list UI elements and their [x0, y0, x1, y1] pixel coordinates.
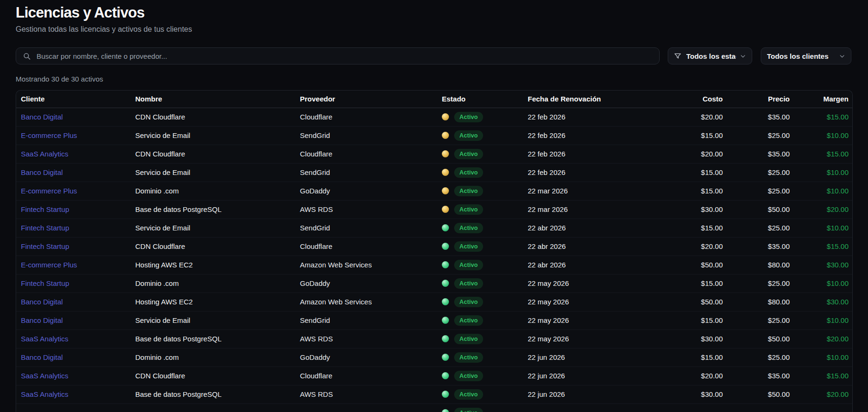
status-badge: Activo [454, 297, 483, 307]
margin-cell: $10.00 [790, 219, 853, 237]
client-link[interactable]: SaaS Analytics [21, 390, 68, 398]
asset-name-cell: Base de datos PostgreSQL [135, 385, 300, 403]
price-cell: $50.00 [723, 200, 790, 219]
client-cell: E-commerce Plus [16, 126, 135, 145]
margin-cell: $10.00 [790, 163, 853, 182]
status-badge: Activo [454, 389, 483, 400]
client-link[interactable]: Banco Digital [21, 316, 63, 324]
renewal-date-cell: 22 abr 2026 [528, 256, 657, 274]
price-cell: $25.00 [723, 219, 790, 237]
provider-cell: AWS RDS [300, 330, 442, 348]
margin-cell: $20.00 [790, 200, 853, 219]
status-badge: Activo [454, 315, 483, 326]
renewal-date-cell: 22 abr 2026 [528, 219, 657, 237]
client-cell: Banco Digital [16, 348, 135, 366]
status-badge: Activo [454, 112, 483, 122]
renewal-date-cell: 22 abr 2026 [528, 237, 657, 256]
cost-cell: $20.00 [657, 366, 723, 385]
client-link[interactable]: E-commerce Plus [21, 261, 77, 269]
client-link[interactable]: E-commerce Plus [21, 187, 77, 195]
status-badge: Activo [454, 334, 483, 344]
status-cell: Activo [442, 330, 528, 348]
cost-cell: $20.00 [657, 108, 723, 126]
client-filter-label: Todos los clientes [767, 52, 835, 60]
assets-table-card: Cliente Nombre Proveedor Estado Fecha de… [16, 90, 853, 412]
client-link[interactable]: Banco Digital [21, 168, 63, 176]
status-filter-dropdown[interactable]: Todos los estados [668, 47, 752, 64]
asset-name-cell: Servicio de Email [135, 311, 300, 330]
status-cell: Activo [442, 219, 528, 237]
price-cell: $25.00 [723, 182, 790, 200]
margin-cell: $15.00 [790, 237, 853, 256]
table-row: E-commerce Plus Dominio .com GoDaddy Act… [16, 182, 853, 200]
client-link[interactable]: Banco Digital [21, 113, 63, 121]
table-row: Activo [16, 403, 853, 412]
provider-cell: Cloudflare [300, 237, 442, 256]
funnel-icon [674, 52, 681, 60]
table-row: Fintech Startup Servicio de Email SendGr… [16, 219, 853, 237]
status-cell: Activo [442, 403, 528, 412]
cost-cell: $30.00 [657, 330, 723, 348]
client-link[interactable]: Banco Digital [21, 353, 63, 361]
provider-cell: GoDaddy [300, 274, 442, 293]
client-link[interactable]: Fintech Startup [21, 279, 69, 287]
margin-cell: $10.00 [790, 348, 853, 366]
client-cell: SaaS Analytics [16, 385, 135, 403]
margin-cell: $10.00 [790, 311, 853, 330]
client-cell: SaaS Analytics [16, 145, 135, 163]
renewal-date-cell: 22 feb 2026 [528, 108, 657, 126]
asset-name-cell [135, 403, 300, 412]
price-cell: $80.00 [723, 256, 790, 274]
client-link[interactable]: Banco Digital [21, 298, 63, 306]
price-cell: $50.00 [723, 385, 790, 403]
cost-cell: $30.00 [657, 385, 723, 403]
column-header-nombre: Nombre [135, 91, 300, 108]
table-row: Banco Digital Servicio de Email SendGrid… [16, 163, 853, 182]
cost-cell: $15.00 [657, 348, 723, 366]
table-row: Banco Digital CDN Cloudflare Cloudflare … [16, 108, 853, 126]
status-dot [442, 280, 449, 287]
price-cell: $25.00 [723, 311, 790, 330]
client-link[interactable]: E-commerce Plus [21, 131, 77, 139]
asset-name-cell: Base de datos PostgreSQL [135, 200, 300, 219]
status-badge: Activo [454, 167, 483, 178]
status-badge: Activo [454, 408, 483, 412]
client-cell: Banco Digital [16, 163, 135, 182]
search-box[interactable] [16, 47, 660, 64]
client-cell: Fintech Startup [16, 200, 135, 219]
client-link[interactable]: SaaS Analytics [21, 335, 68, 343]
table-row: SaaS Analytics CDN Cloudflare Cloudflare… [16, 145, 853, 163]
provider-cell: Cloudflare [300, 108, 442, 126]
status-dot [442, 150, 449, 157]
client-link[interactable]: Fintech Startup [21, 242, 69, 250]
client-cell: E-commerce Plus [16, 182, 135, 200]
cost-cell: $20.00 [657, 237, 723, 256]
table-row: SaaS Analytics CDN Cloudflare Cloudflare… [16, 366, 853, 385]
status-cell: Activo [442, 274, 528, 293]
cost-cell: $15.00 [657, 163, 723, 182]
status-cell: Activo [442, 200, 528, 219]
column-header-proveedor: Proveedor [300, 91, 442, 108]
status-cell: Activo [442, 163, 528, 182]
table-row: E-commerce Plus Hosting AWS EC2 Amazon W… [16, 256, 853, 274]
results-count: Mostrando 30 de 30 activos [16, 75, 855, 83]
status-dot [442, 243, 449, 250]
client-link[interactable]: SaaS Analytics [21, 372, 68, 380]
table-row: SaaS Analytics Base de datos PostgreSQL … [16, 330, 853, 348]
provider-cell: Cloudflare [300, 145, 442, 163]
status-cell: Activo [442, 237, 528, 256]
status-badge: Activo [454, 186, 483, 196]
client-link[interactable]: Fintech Startup [21, 224, 69, 232]
client-cell: Fintech Startup [16, 237, 135, 256]
search-input[interactable] [37, 52, 653, 60]
price-cell: $80.00 [723, 293, 790, 311]
client-link[interactable]: Fintech Startup [21, 205, 69, 213]
margin-cell: $20.00 [790, 385, 853, 403]
price-cell [723, 403, 790, 412]
column-header-precio: Precio [723, 91, 790, 108]
client-link[interactable]: SaaS Analytics [21, 150, 68, 158]
cost-cell: $50.00 [657, 256, 723, 274]
status-cell: Activo [442, 256, 528, 274]
status-dot [442, 317, 449, 324]
client-filter-dropdown[interactable]: Todos los clientes [761, 47, 851, 64]
